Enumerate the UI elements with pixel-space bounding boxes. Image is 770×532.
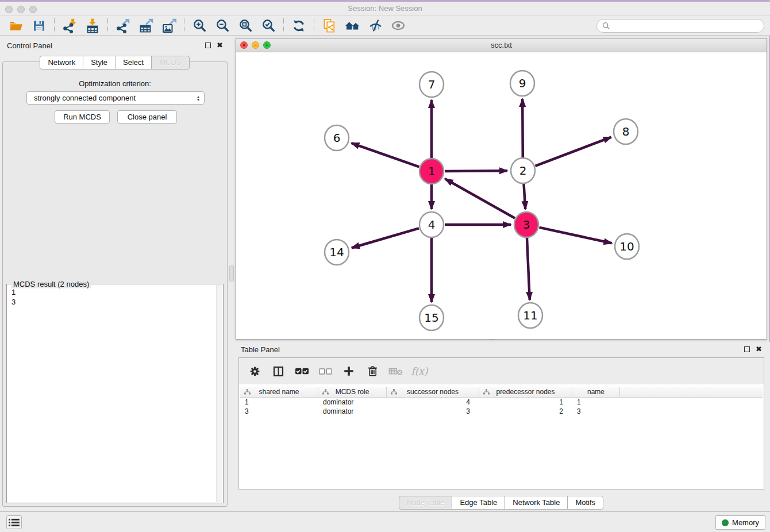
column-header-successor-nodes[interactable]: successor nodes xyxy=(387,387,479,397)
column-header-shared-name[interactable]: shared name xyxy=(240,387,318,397)
close-panel-button[interactable]: Close panel xyxy=(117,110,177,124)
node-label: 7 xyxy=(428,78,436,91)
show-graphics-details-button[interactable] xyxy=(387,17,410,34)
control-panel: Control Panel ✖ NetworkStyleSelectMCDS O… xyxy=(0,36,230,511)
search-field[interactable] xyxy=(596,19,764,33)
clear-selection-button[interactable] xyxy=(318,363,333,379)
function-fx-icon: f(x) xyxy=(411,365,428,377)
column-header-mcds-role[interactable]: MCDS role xyxy=(318,387,387,397)
edge-3-to-1[interactable] xyxy=(445,179,515,218)
zoom-fit-icon xyxy=(238,18,253,33)
panel-menu-button[interactable] xyxy=(6,515,22,529)
float-panel-icon[interactable] xyxy=(205,43,211,48)
open-session-button[interactable] xyxy=(5,17,28,34)
apply-function-button[interactable]: f(x) xyxy=(412,363,427,379)
import-network-button[interactable] xyxy=(58,17,81,34)
node-1[interactable]: 1 xyxy=(419,159,444,184)
export-table-button[interactable] xyxy=(134,17,157,34)
edge-3-to-11[interactable] xyxy=(527,238,530,300)
network-document-button[interactable] xyxy=(318,17,341,34)
column-label: predecessor nodes xyxy=(479,388,572,396)
search-input[interactable] xyxy=(614,22,759,30)
close-panel-icon[interactable]: ✖ xyxy=(217,42,223,49)
save-session-button[interactable] xyxy=(28,17,51,34)
import-table-button[interactable] xyxy=(81,17,104,34)
tab-network[interactable]: Network xyxy=(40,56,83,70)
homes-icon xyxy=(345,19,360,32)
export-network-button[interactable] xyxy=(111,17,134,34)
cell-shared-name[interactable]: 3 xyxy=(240,407,318,416)
mcds-result-text: 1 3 xyxy=(11,287,211,500)
zoom-in-button[interactable] xyxy=(188,17,211,34)
edge-4-to-14[interactable] xyxy=(352,228,419,248)
cell-successor-nodes[interactable]: 3 xyxy=(387,407,479,416)
select-all-button[interactable] xyxy=(294,363,309,379)
tab-select[interactable]: Select xyxy=(115,56,152,70)
delete-table-icon xyxy=(388,366,403,377)
zoom-selected-button[interactable] xyxy=(257,17,280,34)
result-scrollbar[interactable] xyxy=(216,285,222,502)
apply-layout-button[interactable] xyxy=(287,17,310,34)
delete-table-button[interactable] xyxy=(388,363,403,379)
tab-style[interactable]: Style xyxy=(83,56,116,70)
float-table-panel-icon[interactable] xyxy=(744,346,750,352)
node-2[interactable]: 2 xyxy=(511,158,535,183)
cell-name[interactable]: 3 xyxy=(572,407,620,416)
edge-1-to-6[interactable] xyxy=(352,143,419,167)
network-canvas[interactable]: 7968124314101511 xyxy=(236,52,767,339)
cell-mcds-role[interactable]: dominator xyxy=(318,398,387,407)
column-header-predecessor-nodes[interactable]: predecessor nodes xyxy=(479,387,572,397)
cell-mcds-role[interactable]: dominator xyxy=(318,407,387,416)
add-column-button[interactable] xyxy=(341,363,356,379)
node-6[interactable]: 6 xyxy=(325,125,349,151)
tab-mcds[interactable]: MCDS xyxy=(151,56,189,70)
node-7[interactable]: 7 xyxy=(419,72,444,97)
node-10[interactable]: 10 xyxy=(615,234,639,259)
export-table-icon xyxy=(138,18,153,33)
tab-motifs[interactable]: Motifs xyxy=(567,496,603,510)
table-row[interactable]: 1dominator411 xyxy=(240,398,763,407)
cell-predecessor-nodes[interactable]: 1 xyxy=(479,398,572,407)
memory-button[interactable]: Memory xyxy=(715,515,765,530)
tab-network-table[interactable]: Network Table xyxy=(505,496,568,510)
criterion-dropdown[interactable]: strongly connected component ▴▾ xyxy=(26,91,205,105)
cell-successor-nodes[interactable]: 4 xyxy=(387,398,479,407)
edge-2-to-3[interactable] xyxy=(524,184,526,209)
export-image-button[interactable] xyxy=(157,17,180,34)
node-11[interactable]: 11 xyxy=(518,303,542,328)
node-4[interactable]: 4 xyxy=(419,212,444,237)
vertical-splitter-handle[interactable] xyxy=(229,265,234,282)
zoom-out-button[interactable] xyxy=(211,17,234,34)
hide-graphics-details-button[interactable] xyxy=(364,17,387,34)
cell-name[interactable]: 1 xyxy=(572,398,620,407)
table-row[interactable]: 3dominator323 xyxy=(240,407,763,416)
cell-predecessor-nodes[interactable]: 2 xyxy=(479,407,572,416)
home-networks-button[interactable] xyxy=(341,17,364,34)
node-9[interactable]: 9 xyxy=(510,71,534,96)
edge-2-to-8[interactable] xyxy=(536,137,611,166)
tab-edge-table[interactable]: Edge Table xyxy=(452,496,505,510)
tab-node-table[interactable]: Node Table xyxy=(399,496,453,510)
network-graph[interactable]: 7968124314101511 xyxy=(236,52,767,339)
node-15[interactable]: 15 xyxy=(419,305,444,330)
zoom-fit-button[interactable] xyxy=(234,17,257,34)
node-8[interactable]: 8 xyxy=(614,119,638,144)
edge-2-to-9[interactable] xyxy=(522,99,523,157)
edge-1-to-2[interactable] xyxy=(445,171,507,171)
close-table-panel-icon[interactable]: ✖ xyxy=(756,346,762,353)
mcds-panel: Optimization criterion: strongly connect… xyxy=(2,61,228,507)
node-label: 14 xyxy=(329,245,344,259)
column-header-name[interactable]: name xyxy=(572,387,620,397)
checked-boxes-icon xyxy=(295,367,309,376)
control-panel-tabs: NetworkStyleSelectMCDS xyxy=(0,56,230,70)
node-14[interactable]: 14 xyxy=(325,240,349,265)
node-label: 8 xyxy=(622,125,630,138)
node-3[interactable]: 3 xyxy=(514,212,538,237)
table-settings-button[interactable] xyxy=(247,363,262,379)
cell-shared-name[interactable]: 1 xyxy=(240,398,318,407)
edge-3-to-10[interactable] xyxy=(540,228,612,243)
network-window-titlebar: × − + scc.txt xyxy=(236,38,767,52)
delete-column-button[interactable] xyxy=(365,363,380,379)
column-visibility-button[interactable] xyxy=(271,363,286,379)
run-mcds-button[interactable]: Run MCDS xyxy=(55,110,110,124)
